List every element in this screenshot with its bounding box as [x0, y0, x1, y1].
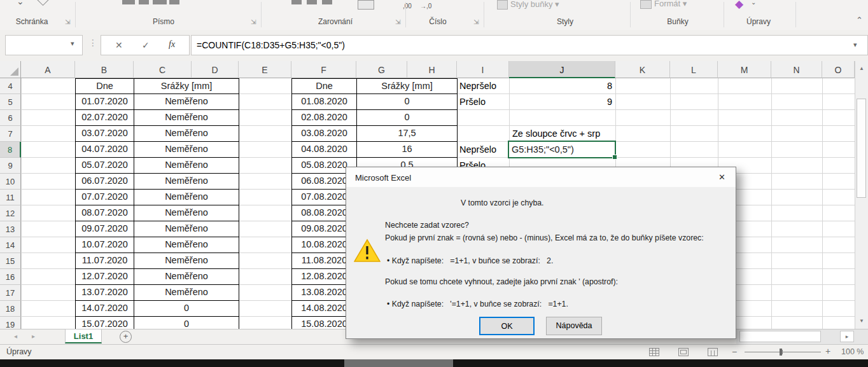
- column-header-J[interactable]: J: [509, 61, 615, 78]
- column-header-H[interactable]: H: [407, 61, 457, 78]
- scroll-right-button[interactable]: ▸: [840, 331, 854, 342]
- value-cell[interactable]: 0: [357, 94, 457, 109]
- active-cell-J8[interactable]: G5:H35;"<0,5"): [508, 141, 616, 158]
- enter-button[interactable]: ✓: [142, 40, 150, 50]
- horizontal-scrollbar[interactable]: ▸: [736, 329, 868, 344]
- cancel-button[interactable]: ✕: [115, 40, 123, 50]
- value-cell[interactable]: Neměřeno: [134, 285, 239, 300]
- formula-input[interactable]: =COUNTIF(C18:D35+G5:H35;"<0,5") ▾: [191, 35, 868, 55]
- value-cell[interactable]: Neměřeno: [134, 110, 239, 125]
- date-cell[interactable]: 04.08.2020: [292, 142, 357, 157]
- collapse-ribbon-icon[interactable]: ⌃: [856, 15, 863, 25]
- zoom-slider-thumb[interactable]: [780, 349, 782, 356]
- cell-J5[interactable]: 9: [509, 94, 612, 110]
- value-cell[interactable]: 16: [357, 142, 457, 157]
- date-cell[interactable]: 02.07.2020: [76, 110, 134, 125]
- font-button-fragment[interactable]: [122, 0, 135, 4]
- value-cell[interactable]: Neměřeno: [134, 190, 239, 205]
- date-cell[interactable]: Dne: [76, 79, 134, 93]
- dialog-launcher-icon[interactable]: ⇲: [65, 18, 70, 25]
- value-cell[interactable]: Neměřeno: [134, 174, 239, 189]
- row-header-10[interactable]: 10: [0, 174, 21, 190]
- format-painter-icon[interactable]: [36, 0, 50, 6]
- chevron-down-icon[interactable]: ⌄: [17, 0, 24, 6]
- increase-decimal-icon[interactable]: ,00: [403, 3, 412, 10]
- dialog-launcher-icon[interactable]: ⇲: [395, 18, 400, 25]
- close-icon[interactable]: ✕: [718, 172, 725, 182]
- cell-I8[interactable]: Nepršelo: [459, 142, 508, 158]
- value-cell[interactable]: Neměřeno: [134, 142, 239, 157]
- date-cell[interactable]: 04.07.2020: [76, 142, 134, 157]
- date-cell[interactable]: 02.08.2020: [292, 110, 357, 125]
- column-header-M[interactable]: M: [718, 61, 771, 78]
- zoom-in-icon[interactable]: +: [825, 346, 830, 356]
- help-button[interactable]: Nápověda: [546, 317, 602, 335]
- date-cell[interactable]: 11.07.2020: [76, 253, 134, 268]
- column-header-F[interactable]: F: [291, 61, 356, 78]
- zoom-level-label[interactable]: 100 %: [841, 347, 864, 356]
- chevron-down-icon[interactable]: ⌄: [751, 0, 756, 6]
- date-cell[interactable]: 09.07.2020: [76, 221, 134, 237]
- row-header-14[interactable]: 14: [0, 237, 21, 253]
- cell-J7[interactable]: Ze sloupce črvc + srp: [512, 126, 614, 142]
- taskbar-active-app[interactable]: [344, 359, 453, 367]
- date-cell[interactable]: 01.08.2020: [292, 94, 357, 109]
- format-button[interactable]: Formát ▾: [654, 0, 687, 8]
- sheet-next-icon[interactable]: ▸: [32, 333, 35, 340]
- row-header-7[interactable]: 7: [0, 126, 21, 142]
- row-header-17[interactable]: 17: [0, 285, 21, 301]
- cell-J4[interactable]: 8: [509, 78, 612, 94]
- dialog-launcher-icon[interactable]: ⇲: [251, 18, 256, 25]
- value-cell[interactable]: 0: [134, 301, 239, 316]
- value-cell[interactable]: Srážky [mm]: [357, 79, 457, 93]
- column-header-C[interactable]: C: [134, 61, 192, 78]
- date-cell[interactable]: 08.07.2020: [76, 205, 134, 221]
- row-header-19[interactable]: 19: [0, 317, 21, 329]
- value-cell[interactable]: Srážky [mm]: [134, 79, 239, 93]
- vertical-scrollbar[interactable]: ▲ ▼: [855, 61, 868, 329]
- column-header-G[interactable]: G: [356, 61, 407, 78]
- row-header-11[interactable]: 11: [0, 190, 21, 205]
- ok-button[interactable]: OK: [479, 317, 535, 335]
- decrease-decimal-icon[interactable]: →,0: [420, 3, 431, 10]
- value-cell[interactable]: Neměřeno: [134, 237, 239, 253]
- column-header-E[interactable]: E: [239, 61, 291, 78]
- value-cell[interactable]: 0: [134, 317, 239, 329]
- row-header-16[interactable]: 16: [0, 269, 21, 285]
- horizontal-scroll-thumb[interactable]: [739, 331, 821, 342]
- value-cell[interactable]: 17,5: [357, 126, 457, 141]
- date-cell[interactable]: 07.07.2020: [76, 190, 134, 205]
- value-cell[interactable]: Neměřeno: [134, 269, 239, 284]
- row-header-18[interactable]: 18: [0, 301, 21, 317]
- column-header-L[interactable]: L: [670, 61, 718, 78]
- value-cell[interactable]: Neměřeno: [134, 253, 239, 268]
- vertical-scroll-thumb[interactable]: [857, 99, 866, 198]
- normal-view-icon[interactable]: [649, 348, 659, 356]
- align-button-fragment[interactable]: [307, 0, 317, 4]
- clear-icon[interactable]: ◆: [735, 0, 743, 11]
- row-header-5[interactable]: 5: [0, 94, 21, 110]
- date-cell[interactable]: 01.07.2020: [76, 94, 134, 109]
- value-cell[interactable]: 0: [357, 110, 457, 125]
- formula-bar-expand-icon[interactable]: ▾: [853, 41, 857, 49]
- insert-function-button[interactable]: fx: [169, 39, 175, 50]
- cell-I5[interactable]: Pršelo: [459, 94, 508, 110]
- date-cell[interactable]: Dne: [292, 79, 357, 93]
- dialog-title-bar[interactable]: Microsoft Excel: [346, 167, 736, 187]
- scroll-up-button[interactable]: ▲: [856, 62, 867, 75]
- align-button-fragment[interactable]: [322, 0, 332, 4]
- add-sheet-button[interactable]: +: [120, 331, 132, 343]
- row-header-9[interactable]: 9: [0, 158, 21, 174]
- page-break-view-icon[interactable]: [708, 348, 718, 356]
- row-header-15[interactable]: 15: [0, 253, 21, 269]
- date-cell[interactable]: 05.07.2020: [76, 158, 134, 173]
- column-header-A[interactable]: A: [21, 61, 75, 78]
- column-header-K[interactable]: K: [615, 61, 670, 78]
- date-cell[interactable]: 14.07.2020: [76, 301, 134, 316]
- font-button-fragment[interactable]: [139, 0, 149, 4]
- cell-I4[interactable]: Nepršelo: [459, 78, 508, 94]
- column-header-B[interactable]: B: [75, 61, 134, 78]
- value-cell[interactable]: Neměřeno: [134, 158, 239, 173]
- row-header-12[interactable]: 12: [0, 205, 21, 221]
- merge-center-icon[interactable]: [358, 0, 374, 10]
